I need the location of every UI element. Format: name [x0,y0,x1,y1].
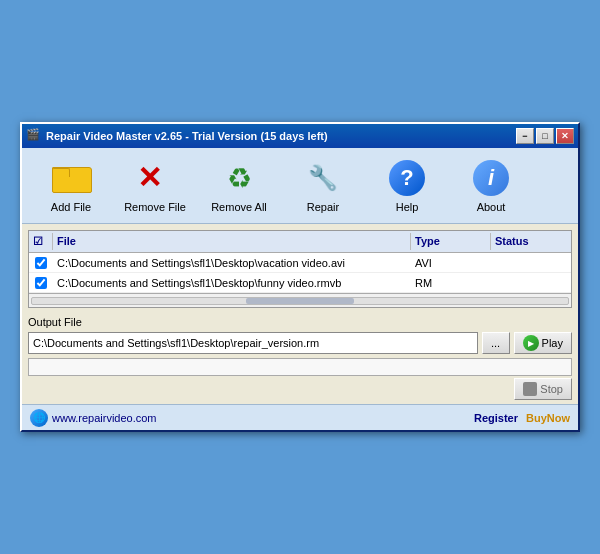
toolbar: Add File Remove File ♻ Remove All 🔧 Repa… [22,148,578,224]
output-path-input[interactable] [28,332,478,354]
help-button[interactable]: ? Help [366,154,448,217]
stop-icon [523,382,537,396]
repair-icon: 🔧 [303,158,343,198]
add-file-label: Add File [51,201,91,213]
play-button[interactable]: ▶ Play [514,332,572,354]
buynow-button[interactable]: BuyNow [526,412,570,424]
stop-button[interactable]: Stop [514,378,572,400]
folder-icon [51,158,91,198]
remove-all-label: Remove All [211,201,267,213]
file-list-header: ☑ File Type Status [29,231,571,253]
remove-file-label: Remove File [124,201,186,213]
repair-button[interactable]: 🔧 Repair [282,154,364,217]
file-list-body: C:\Documents and Settings\sfl1\Desktop\v… [29,253,571,293]
play-label: Play [542,337,563,349]
browse-button[interactable]: ... [482,332,510,354]
status-bar: 🌐 www.repairvideo.com Register BuyNow [22,404,578,430]
table-row[interactable]: C:\Documents and Settings\sfl1\Desktop\v… [29,253,571,273]
output-section: Output File ... ▶ Play [28,314,572,354]
x-icon [135,158,175,198]
scrollbar-track[interactable] [31,297,569,305]
play-icon: ▶ [523,335,539,351]
scrollbar-thumb[interactable] [246,298,353,304]
row1-status [491,261,571,265]
main-window: 🎬 Repair Video Master v2.65 - Trial Vers… [20,122,580,432]
close-button[interactable]: ✕ [556,128,574,144]
output-row: ... ▶ Play [28,332,572,354]
stop-label: Stop [540,383,563,395]
output-label: Output File [28,314,572,330]
row1-checkbox-cell[interactable] [29,255,53,271]
row2-status [491,281,571,285]
title-bar-text: Repair Video Master v2.65 - Trial Versio… [46,130,328,142]
globe-icon: 🌐 [30,409,48,427]
progress-bar [28,358,572,376]
restore-button[interactable]: □ [536,128,554,144]
file-list-area: ☑ File Type Status C:\Documents and Sett… [28,230,572,308]
register-button[interactable]: Register [474,412,518,424]
header-checkbox: ☑ [29,233,53,250]
app-icon: 🎬 [26,128,42,144]
title-bar-buttons: − □ ✕ [516,128,574,144]
about-label: About [477,201,506,213]
help-label: Help [396,201,419,213]
repair-label: Repair [307,201,339,213]
row1-type: AVI [411,255,491,271]
stop-row: Stop [28,378,572,400]
table-row[interactable]: C:\Documents and Settings\sfl1\Desktop\f… [29,273,571,293]
about-icon: i [471,158,511,198]
title-bar: 🎬 Repair Video Master v2.65 - Trial Vers… [22,124,578,148]
header-type: Type [411,233,491,250]
remove-all-button[interactable]: ♻ Remove All [198,154,280,217]
horizontal-scrollbar[interactable] [29,293,571,307]
row2-type: RM [411,275,491,291]
status-right: Register BuyNow [474,412,570,424]
row1-file: C:\Documents and Settings\sfl1\Desktop\v… [53,255,411,271]
remove-file-button[interactable]: Remove File [114,154,196,217]
about-button[interactable]: i About [450,154,532,217]
refresh-icon: ♻ [219,158,259,198]
status-url: www.repairvideo.com [52,412,157,424]
minimize-button[interactable]: − [516,128,534,144]
title-bar-left: 🎬 Repair Video Master v2.65 - Trial Vers… [26,128,328,144]
row2-checkbox[interactable] [35,277,47,289]
header-status: Status [491,233,571,250]
row2-file: C:\Documents and Settings\sfl1\Desktop\f… [53,275,411,291]
add-file-button[interactable]: Add File [30,154,112,217]
header-file: File [53,233,411,250]
row1-checkbox[interactable] [35,257,47,269]
help-icon: ? [387,158,427,198]
row2-checkbox-cell[interactable] [29,275,53,291]
status-left: 🌐 www.repairvideo.com [30,409,157,427]
